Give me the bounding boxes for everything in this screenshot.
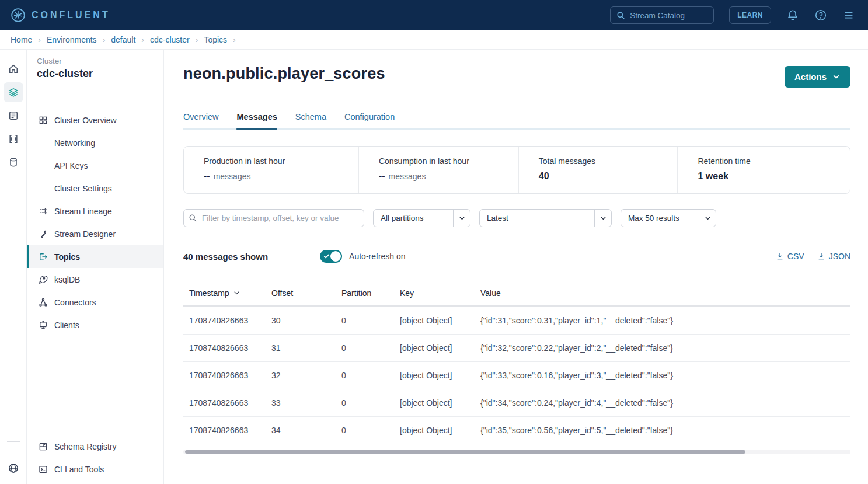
learn-button[interactable]: LEARN <box>729 6 771 24</box>
message-row[interactable]: 1708740826663310[object Object]{"id":32,… <box>183 335 850 362</box>
stat-label: Total messages <box>539 156 678 166</box>
database-icon[interactable] <box>4 152 23 172</box>
download-json-link[interactable]: JSON <box>817 252 850 261</box>
stat-production-in-last-hour: Production in last hour--messages <box>184 147 358 193</box>
sidebar-divider <box>37 93 154 93</box>
actions-button[interactable]: Actions <box>785 66 850 88</box>
sidebar-item-stream-lineage[interactable]: Stream Lineage <box>27 200 163 222</box>
stream-catalog-search[interactable] <box>610 6 714 24</box>
stream-catalog-input[interactable] <box>630 11 700 20</box>
column-header-label: Timestamp <box>189 288 229 298</box>
sidebar-item-label: Connectors <box>54 298 96 307</box>
column-header-offset: Offset <box>266 288 336 298</box>
sidebar-item-cluster-settings[interactable]: Cluster Settings <box>27 177 163 200</box>
sidebar-item-ksqldb[interactable]: ksqlDB <box>27 268 163 291</box>
message-filter-input[interactable] <box>183 209 364 227</box>
breadcrumb-link-default[interactable]: default <box>111 35 135 44</box>
cell-partition: 0 <box>336 343 394 353</box>
connectors-icon <box>38 297 48 308</box>
horizontal-scrollbar-thumb[interactable] <box>185 450 745 454</box>
sidebar-item-label: ksqlDB <box>54 275 80 284</box>
chevron-down-icon <box>599 214 607 222</box>
confluent-logo-icon <box>11 8 26 23</box>
breadcrumb-link-home[interactable]: Home <box>11 35 32 44</box>
result-limit-dropdown-value: Max 50 results <box>621 214 699 222</box>
column-header-timestamp[interactable]: Timestamp <box>183 288 266 298</box>
tab-messages[interactable]: Messages <box>236 112 277 128</box>
messages-table: TimestampOffsetPartitionKeyValue 1708740… <box>183 280 850 444</box>
topic-tabs: OverviewMessagesSchemaConfiguration <box>183 112 850 130</box>
message-row[interactable]: 1708740826663340[object Object]{"id":35,… <box>183 417 850 444</box>
cluster-label: Cluster <box>27 57 163 67</box>
confluent-brand[interactable]: CONFLUENT <box>11 8 110 23</box>
partition-dropdown-value: All partitions <box>374 214 453 222</box>
horizontal-scrollbar[interactable] <box>183 450 850 454</box>
designer-icon <box>38 229 48 239</box>
stats-card: Production in last hour--messagesConsump… <box>183 146 850 194</box>
tab-overview[interactable]: Overview <box>183 112 218 128</box>
download-icon <box>817 252 825 260</box>
sidebar-item-topics[interactable]: Topics <box>27 245 163 268</box>
message-row[interactable]: 1708740826663320[object Object]{"id":33,… <box>183 362 850 389</box>
column-header-label: Key <box>400 288 414 298</box>
sidebar-item-label: Networking <box>54 138 95 148</box>
sidebar-footer-menu: Schema RegistryCLI and Tools <box>27 435 163 480</box>
billing-document-icon[interactable] <box>4 106 23 126</box>
messages-shown-count: 40 messages shown <box>183 252 268 262</box>
download-icon <box>776 252 784 260</box>
sidebar-item-label: Schema Registry <box>54 442 117 451</box>
page-title: neon.public.player_scores <box>183 65 385 83</box>
sidebar-item-networking[interactable]: Networking <box>27 131 163 154</box>
tab-configuration[interactable]: Configuration <box>344 112 395 128</box>
message-filter-search[interactable] <box>183 209 364 227</box>
cell-key: [object Object] <box>394 398 475 408</box>
cli-icon <box>38 464 48 475</box>
environments-layers-icon[interactable] <box>4 82 23 102</box>
help-icon[interactable] <box>814 9 827 22</box>
message-row[interactable]: 1708740826663300[object Object]{"id":31,… <box>183 307 850 335</box>
auto-refresh-toggle[interactable] <box>320 250 342 263</box>
chevron-down-icon <box>458 214 466 222</box>
hamburger-menu-icon[interactable] <box>842 9 855 22</box>
lineage-icon <box>38 206 48 217</box>
result-limit-dropdown[interactable]: Max 50 results <box>621 209 716 227</box>
sidebar-item-stream-designer[interactable]: Stream Designer <box>27 222 163 245</box>
sidebar-item-clients[interactable]: Clients <box>27 314 163 336</box>
sort-order-dropdown[interactable]: Latest <box>479 209 612 227</box>
chevron-down-icon <box>704 214 712 222</box>
cell-partition: 0 <box>336 316 394 325</box>
sidebar-item-api-keys[interactable]: API Keys <box>27 154 163 177</box>
column-header-partition: Partition <box>336 288 394 298</box>
messages-table-header: TimestampOffsetPartitionKeyValue <box>183 280 850 307</box>
ksql-icon <box>38 274 48 285</box>
sidebar-item-cli-and-tools[interactable]: CLI and Tools <box>27 458 163 480</box>
stat-suffix: messages <box>214 172 251 181</box>
breadcrumb-separator-icon: › <box>196 35 198 44</box>
tab-schema[interactable]: Schema <box>295 112 326 128</box>
partition-dropdown[interactable]: All partitions <box>373 209 470 227</box>
message-row[interactable]: 1708740826663330[object Object]{"id":34,… <box>183 389 850 417</box>
sidebar-item-cluster-overview[interactable]: Cluster Overview <box>27 109 163 131</box>
grid-icon <box>38 115 48 126</box>
cluster-sidebar: Cluster cdc-cluster Cluster OverviewNetw… <box>27 50 164 484</box>
home-icon[interactable] <box>4 59 23 79</box>
notifications-bell-icon[interactable] <box>786 9 799 22</box>
globe-icon[interactable] <box>4 458 23 478</box>
sort-order-dropdown-value: Latest <box>480 214 594 222</box>
sidebar-item-schema-registry[interactable]: Schema Registry <box>27 435 163 458</box>
stat-value: 1 week <box>698 171 728 182</box>
breadcrumb-link-topics[interactable]: Topics <box>204 35 227 44</box>
breadcrumb-link-cdc-cluster[interactable]: cdc-cluster <box>150 35 190 44</box>
flink-brackets-icon[interactable] <box>4 129 23 149</box>
cell-key: [object Object] <box>394 343 475 353</box>
sidebar-item-label: API Keys <box>54 161 88 170</box>
icon-rail <box>0 50 27 484</box>
breadcrumb-link-environments[interactable]: Environments <box>47 35 97 44</box>
cell-key: [object Object] <box>394 371 475 380</box>
breadcrumb-separator-icon: › <box>103 35 106 44</box>
stat-suffix: messages <box>389 172 426 181</box>
sidebar-item-connectors[interactable]: Connectors <box>27 291 163 314</box>
messages-table-body: 1708740826663300[object Object]{"id":31,… <box>183 307 850 444</box>
download-csv-link[interactable]: CSV <box>776 252 804 261</box>
breadcrumb: Home›Environments›default›cdc-cluster›To… <box>0 30 868 50</box>
